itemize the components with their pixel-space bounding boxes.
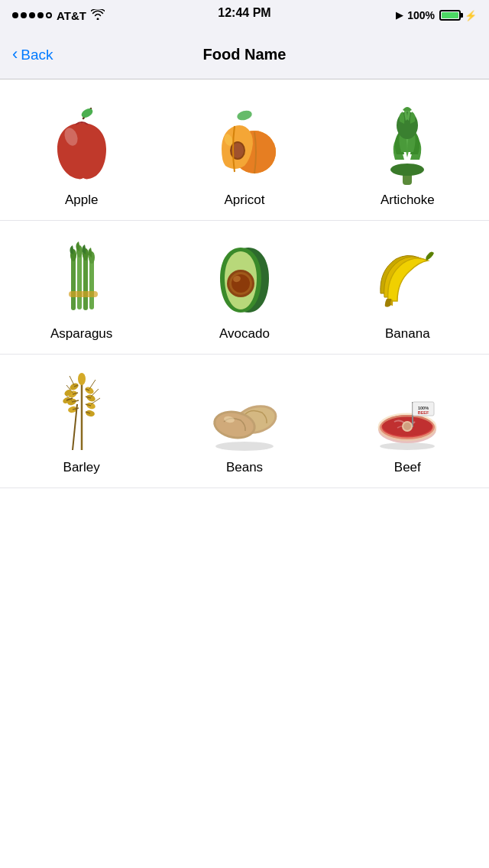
location-icon: ▶ (396, 10, 403, 21)
food-image-barley (40, 370, 124, 454)
svg-point-10 (390, 164, 424, 176)
food-label-apricot: Apricot (225, 193, 265, 208)
svg-rect-12 (71, 255, 76, 310)
back-button[interactable]: ‹ Back (12, 47, 53, 63)
food-item-asparagus[interactable]: Asparagus (0, 221, 163, 355)
svg-line-46 (89, 380, 96, 389)
food-image-banana (365, 236, 449, 320)
svg-rect-14 (77, 251, 82, 309)
svg-line-43 (70, 376, 74, 385)
food-item-artichoke[interactable]: Artichoke (326, 87, 489, 221)
signal-dot-2 (21, 12, 27, 18)
food-item-banana[interactable]: Banana (326, 221, 489, 355)
food-label-banana: Banana (385, 326, 430, 342)
food-image-asparagus (40, 236, 124, 320)
food-item-avocado[interactable]: Avocado (163, 221, 325, 355)
wifi-icon (91, 9, 105, 22)
svg-text:BEEF: BEEF (418, 410, 429, 415)
content-area: Apple (0, 79, 489, 868)
food-image-apple (40, 102, 124, 186)
nav-bar: ‹ Back Food Name (0, 31, 489, 79)
svg-point-59 (380, 442, 435, 450)
svg-rect-20 (69, 291, 98, 297)
carrier-label: AT&T (57, 9, 86, 22)
food-image-avocado (202, 236, 287, 320)
food-item-apricot[interactable]: Apricot (163, 87, 325, 221)
food-image-apricot (202, 102, 287, 186)
back-chevron-icon: ‹ (12, 46, 18, 63)
svg-point-42 (78, 373, 86, 385)
status-time: 12:44 PM (218, 6, 270, 20)
food-image-beans (202, 370, 287, 454)
svg-point-2 (236, 108, 253, 121)
food-image-beef: 100% BEEF (365, 370, 449, 454)
battery-icon: ⚡ (439, 10, 477, 21)
food-item-apple[interactable]: Apple (0, 87, 163, 221)
food-label-beef: Beef (394, 460, 421, 475)
food-item-beef[interactable]: 100% BEEF Beef (326, 355, 489, 488)
svg-point-69 (403, 423, 411, 430)
food-item-barley[interactable]: Barley (0, 355, 163, 488)
food-image-artichoke (365, 102, 449, 186)
food-label-artichoke: Artichoke (381, 193, 435, 208)
svg-point-0 (79, 106, 94, 119)
back-label: Back (21, 47, 53, 63)
signal-dot-3 (29, 12, 35, 18)
food-label-asparagus: Asparagus (50, 326, 112, 342)
food-label-avocado: Avocado (219, 326, 270, 342)
food-label-apple: Apple (65, 193, 98, 208)
signal-dot-1 (12, 12, 18, 18)
food-grid: Apple (0, 79, 489, 496)
signal-dot-5 (46, 12, 52, 18)
svg-point-53 (215, 442, 274, 451)
food-label-beans: Beans (226, 460, 263, 475)
status-bar: AT&T 12:44 PM ▶ 100% ⚡ (0, 0, 489, 31)
signal-dots (12, 12, 52, 18)
status-right: ▶ 100% ⚡ (396, 9, 477, 21)
food-label-barley: Barley (63, 460, 100, 475)
page-title: Food Name (203, 46, 287, 63)
signal-dot-4 (37, 12, 44, 18)
svg-rect-16 (83, 254, 88, 310)
battery-percent: 100% (407, 9, 435, 21)
status-left: AT&T (12, 9, 105, 22)
food-item-beans[interactable]: Beans (163, 355, 325, 488)
svg-rect-18 (89, 257, 94, 309)
